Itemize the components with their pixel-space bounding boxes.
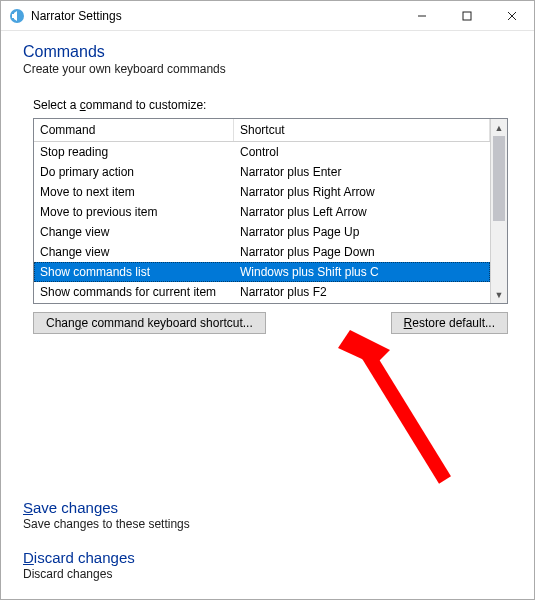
table-row[interactable]: Change viewNarrator plus Page Down	[34, 242, 490, 262]
scroll-up-button[interactable]: ▲	[491, 119, 507, 136]
cell-command: Stop reading	[34, 144, 234, 160]
cell-command: Change view	[34, 244, 234, 260]
minimize-button[interactable]	[399, 1, 444, 30]
cell-shortcut: Narrator plus Left Arrow	[234, 204, 490, 220]
titlebar: Narrator Settings	[1, 1, 534, 31]
cell-shortcut: Narrator plus Enter	[234, 164, 490, 180]
vertical-scrollbar[interactable]: ▲ ▼	[490, 119, 507, 303]
table-row[interactable]: Toggle search modeControl plus Narrator …	[34, 302, 490, 303]
scroll-thumb[interactable]	[493, 136, 505, 221]
column-header-command[interactable]: Command	[34, 119, 234, 141]
cell-command: Do primary action	[34, 164, 234, 180]
restore-default-button[interactable]: Restore default...	[391, 312, 508, 334]
discard-changes-link[interactable]: Discard changes	[23, 549, 512, 566]
save-changes-description: Save changes to these settings	[23, 517, 512, 531]
svg-rect-3	[463, 12, 471, 20]
page-title: Commands	[23, 43, 512, 61]
discard-changes-description: Discard changes	[23, 567, 512, 581]
app-icon	[9, 8, 25, 24]
cell-shortcut: Narrator plus Page Down	[234, 244, 490, 260]
cell-command: Change view	[34, 224, 234, 240]
cell-command: Move to previous item	[34, 204, 234, 220]
table-row[interactable]: Move to next itemNarrator plus Right Arr…	[34, 182, 490, 202]
select-command-label: Select a command to customize:	[33, 98, 512, 112]
table-row[interactable]: Show commands for current itemNarrator p…	[34, 282, 490, 302]
change-shortcut-button[interactable]: Change command keyboard shortcut...	[33, 312, 266, 334]
save-changes-link[interactable]: Save changes	[23, 499, 512, 516]
table-row[interactable]: Do primary actionNarrator plus Enter	[34, 162, 490, 182]
scroll-track[interactable]	[491, 136, 507, 286]
window-controls	[399, 1, 534, 30]
commands-listview[interactable]: Command Shortcut Stop readingControlDo p…	[33, 118, 508, 304]
maximize-button[interactable]	[444, 1, 489, 30]
cell-command: Show commands list	[34, 264, 234, 280]
cell-command: Move to next item	[34, 184, 234, 200]
list-header[interactable]: Command Shortcut	[34, 119, 490, 142]
table-row[interactable]: Move to previous itemNarrator plus Left …	[34, 202, 490, 222]
page-subtitle: Create your own keyboard commands	[23, 62, 512, 76]
table-row[interactable]: Change viewNarrator plus Page Up	[34, 222, 490, 242]
cell-shortcut: Narrator plus Page Up	[234, 224, 490, 240]
table-row[interactable]: Show commands listWindows plus Shift plu…	[34, 262, 490, 282]
close-button[interactable]	[489, 1, 534, 30]
table-row[interactable]: Stop readingControl	[34, 142, 490, 162]
svg-rect-1	[12, 14, 14, 18]
cell-shortcut: Narrator plus F2	[234, 284, 490, 300]
cell-shortcut: Windows plus Shift plus C	[234, 264, 490, 280]
narrator-settings-window: Narrator Settings Commands Create your o…	[0, 0, 535, 600]
content-area: Commands Create your own keyboard comman…	[1, 31, 534, 599]
scroll-down-button[interactable]: ▼	[491, 286, 507, 303]
cell-command: Show commands for current item	[34, 284, 234, 300]
cell-shortcut: Narrator plus Right Arrow	[234, 184, 490, 200]
cell-shortcut: Control	[234, 144, 490, 160]
column-header-shortcut[interactable]: Shortcut	[234, 119, 490, 141]
window-title: Narrator Settings	[31, 9, 399, 23]
